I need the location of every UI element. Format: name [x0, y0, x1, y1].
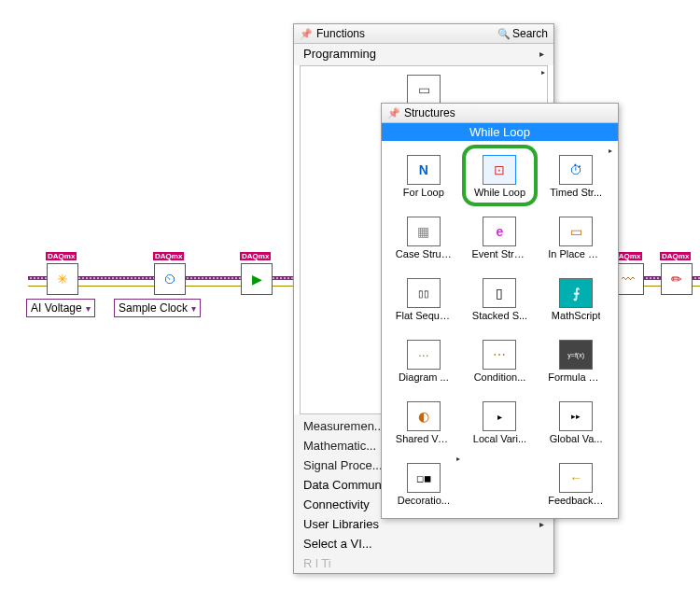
palette-header: Structures: [382, 104, 618, 123]
palette-item-label: Diagram ...: [399, 371, 449, 383]
palette-item-label: For Loop: [403, 187, 444, 198]
palette-item-label: Local Vari...: [473, 433, 526, 444]
palette-item-label: Case Struc...: [396, 248, 452, 259]
palette-item-in-place-el-[interactable]: In Place El...: [538, 206, 614, 268]
palette-item-label: Feedback ...: [548, 495, 604, 506]
structures-palette: Structures While Loop For LoopWhile Loop…: [381, 103, 619, 519]
ico-inplace-icon: [559, 217, 593, 246]
ico-for-icon: [407, 155, 441, 185]
ico-cond-icon: [483, 340, 516, 370]
submenu-arrow-icon: ▸: [609, 147, 612, 155]
palette-item-label: Stacked S...: [472, 310, 527, 321]
palette-item-label: MathScript: [552, 310, 601, 321]
ico-stacked-icon: [483, 278, 516, 308]
palette-item-label: Shared Va...: [396, 433, 452, 444]
daq-timing[interactable]: DAQmx: [154, 263, 186, 295]
palette-item-stacked-s-[interactable]: Stacked S...: [462, 268, 539, 329]
palette-item-flat-seque-[interactable]: Flat Seque...: [385, 268, 462, 329]
palette-title: Functions: [316, 27, 365, 40]
ico-case-icon: [407, 217, 441, 246]
daqmx-badge: DAQmx: [660, 252, 691, 260]
daqmx-badge: DAQmx: [153, 252, 184, 260]
palette-item-timed-str-[interactable]: ▸Timed Str...: [538, 145, 614, 206]
palette-item-label: Flat Seque...: [396, 310, 452, 321]
sample-clock-select[interactable]: Sample Clock: [114, 299, 201, 317]
ico-math-icon: [559, 278, 593, 308]
daq-clear-task[interactable]: DAQmx: [661, 263, 693, 295]
pin-icon[interactable]: [387, 106, 400, 119]
submenu-arrow-icon: ▸: [541, 68, 545, 77]
palette-item-label: Condition...: [474, 371, 526, 383]
palette-item-diagram-[interactable]: Diagram ...: [385, 329, 462, 391]
palette-item-label: Decoratio...: [398, 495, 450, 506]
ico-formula-icon: [559, 340, 593, 370]
ico-diag-icon: [407, 340, 441, 370]
ico-timed-icon: [559, 155, 593, 185]
pin-icon[interactable]: [300, 27, 313, 40]
palette-item-label: Timed Str...: [550, 187, 602, 198]
daqmx-badge: DAQmx: [46, 252, 77, 260]
structures-icon: [407, 75, 441, 105]
structures-grid: For LoopWhile Loop▸Timed Str...Case Stru…: [382, 141, 618, 518]
palette-item-formula-n-[interactable]: Formula N...: [538, 329, 614, 391]
search-button[interactable]: Search: [497, 27, 548, 40]
palette-item-local-vari-[interactable]: Local Vari...: [462, 391, 539, 453]
ico-event-icon: [483, 217, 516, 246]
ico-feedback-icon: [559, 463, 593, 493]
palette-title: Structures: [404, 106, 455, 119]
ico-deco-icon: [407, 463, 441, 493]
selected-item-banner: While Loop: [382, 123, 618, 141]
palette-item-event-stru-[interactable]: Event Stru...: [462, 206, 539, 268]
palette-item-label: Formula N...: [548, 371, 604, 383]
palette-header: Functions Search: [294, 24, 553, 44]
palette-item-feedback-[interactable]: Feedback ...: [538, 453, 614, 514]
daq-create-channel[interactable]: DAQmx: [47, 263, 78, 295]
palette-item-for-loop[interactable]: For Loop: [385, 145, 462, 206]
chevron-right-icon: ▸: [539, 49, 544, 59]
daq-start-task[interactable]: DAQmx: [241, 263, 273, 295]
palette-item-label: Event Stru...: [471, 248, 527, 259]
palette-item-while-loop[interactable]: While Loop: [462, 145, 539, 206]
palette-item-label: In Place El...: [548, 248, 604, 259]
ico-global-icon: [559, 401, 593, 431]
palette-item-global-va-[interactable]: Global Va...: [538, 391, 614, 453]
ico-shared-icon: [407, 401, 441, 431]
palette-item-case-struc-[interactable]: Case Struc...: [385, 206, 462, 268]
palette-item-label: While Loop: [474, 187, 525, 198]
category-cutoff: R l Ti: [294, 553, 553, 573]
ico-flat-icon: [407, 278, 441, 308]
palette-item-condition-[interactable]: Condition...: [462, 329, 539, 391]
palette-item-shared-va-[interactable]: Shared Va...: [385, 391, 462, 453]
ico-while-icon: [483, 155, 516, 185]
ai-voltage-select[interactable]: AI Voltage: [26, 299, 95, 317]
palette-item-mathscript[interactable]: MathScript: [538, 268, 614, 329]
category-select-vi[interactable]: Select a VI...: [294, 534, 553, 553]
submenu-arrow-icon: ▸: [456, 455, 460, 463]
daqmx-badge: DAQmx: [240, 252, 271, 260]
ico-local-icon: [483, 401, 516, 431]
category-programming[interactable]: Programming▸: [294, 44, 553, 63]
palette-item-decoratio-[interactable]: ▸Decoratio...: [385, 453, 462, 514]
palette-item-label: Global Va...: [550, 433, 603, 444]
